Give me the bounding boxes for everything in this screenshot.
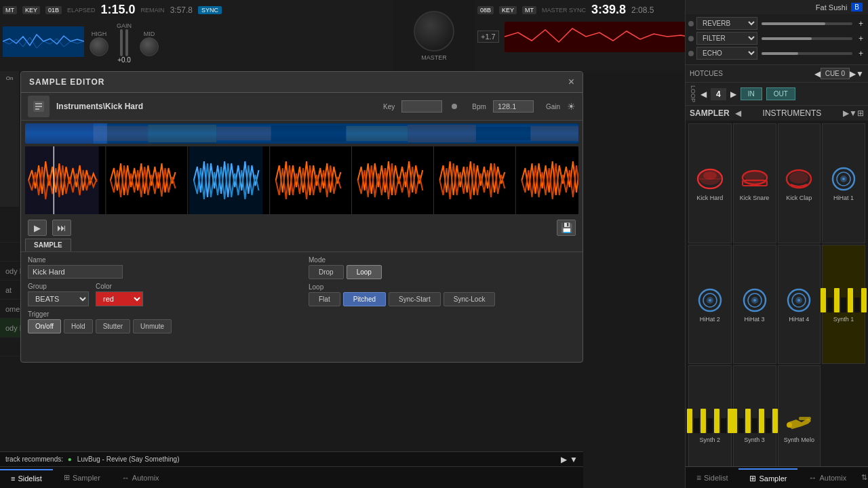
high-label-left: HIGH bbox=[90, 30, 108, 37]
main-tab-sampler-label: Sampler bbox=[73, 474, 100, 482]
fx-echo-slider[interactable] bbox=[762, 52, 852, 55]
main-tab-sampler-icon: ⊞ bbox=[64, 473, 70, 482]
save-btn[interactable]: 💾 bbox=[557, 220, 576, 236]
synth3-name: Synth 3 bbox=[744, 436, 765, 443]
deck-left-num-badge: 01B bbox=[45, 6, 62, 14]
gain-fader2-left[interactable] bbox=[125, 29, 128, 56]
hihat2-icon bbox=[694, 287, 726, 314]
deck-right-sync-label: MASTER SYNC bbox=[542, 7, 586, 14]
cue-btn[interactable]: CUE 0 bbox=[821, 68, 850, 79]
waveform-overview bbox=[25, 123, 578, 144]
sampler-header: SAMPLER ◀ INSTRUMENTS ▶ ▼ ⊞ bbox=[686, 105, 868, 121]
fx-row-filter: FILTER + bbox=[688, 32, 865, 45]
pitched-btn[interactable]: Pitched bbox=[343, 292, 386, 306]
fx-reverb-plus[interactable]: + bbox=[856, 19, 865, 28]
bottom-tabs: ≡ Sidelist ⊞ Sampler ↔ Automix ⇅ bbox=[686, 466, 868, 488]
instrument-hihat4[interactable]: HiHat 4 bbox=[778, 245, 821, 365]
color-select[interactable]: red bbox=[96, 291, 143, 306]
instrument-kick-clap[interactable]: Kick Clap bbox=[778, 123, 821, 243]
gain-fader-left[interactable] bbox=[120, 29, 123, 56]
bpm-input[interactable] bbox=[493, 100, 534, 113]
loop-type-label: Loop bbox=[309, 283, 576, 291]
loop-mode-btn[interactable]: Loop bbox=[347, 265, 382, 279]
tab-sidelist[interactable]: ≡ Sidelist bbox=[686, 469, 738, 487]
gain-val-left: +0.0 bbox=[117, 56, 131, 64]
sync-lock-btn[interactable]: Sync-Lock bbox=[443, 292, 496, 306]
loop-prev-btn[interactable]: ◀ bbox=[701, 89, 707, 99]
synth1-icon bbox=[827, 287, 860, 314]
group-select[interactable]: BEATS bbox=[28, 291, 89, 306]
deck-left-sync-btn[interactable]: SYNC bbox=[198, 6, 222, 14]
instrument-hihat3[interactable]: HiHat 3 bbox=[733, 245, 776, 365]
deck-left-remain-val: 3:57.8 bbox=[170, 5, 193, 15]
sort-icon[interactable]: ⇅ bbox=[857, 469, 868, 486]
hihat1-icon bbox=[827, 165, 860, 192]
kick-clap-name: Kick Clap bbox=[786, 195, 812, 201]
stutter-btn[interactable]: Stutter bbox=[96, 319, 130, 333]
hotcues-prev[interactable]: ◀ bbox=[814, 69, 821, 79]
svg-point-30 bbox=[787, 422, 792, 428]
unmute-btn[interactable]: Unmute bbox=[133, 319, 172, 333]
instrument-hihat1[interactable]: HiHat 1 bbox=[822, 123, 865, 243]
sidebar-btn-on[interactable]: On bbox=[1, 74, 18, 87]
group-label: Group bbox=[28, 283, 89, 290]
hotcues-next[interactable]: ▶ bbox=[850, 69, 856, 79]
rec-options-btn[interactable]: ▼ bbox=[570, 455, 578, 464]
sampler-prev-btn[interactable]: ◀ bbox=[735, 108, 741, 118]
sample-tab[interactable]: SAMPLE bbox=[25, 239, 71, 251]
sync-start-btn[interactable]: Sync-Start bbox=[389, 292, 441, 306]
name-input[interactable] bbox=[28, 265, 123, 279]
fx-reverb-select[interactable]: REVERB bbox=[696, 17, 757, 30]
rec-bar: track recommends: ● LuvBug - Revive (Say… bbox=[0, 451, 583, 466]
sampler-grid-btn[interactable]: ⊞ bbox=[857, 108, 864, 118]
drop-btn[interactable]: Drop bbox=[309, 265, 344, 279]
fx-echo-plus[interactable]: + bbox=[856, 49, 865, 58]
sampler-down-btn[interactable]: ▼ bbox=[849, 108, 857, 118]
tab-automix[interactable]: ↔ Automix bbox=[797, 469, 857, 487]
high-knob-left[interactable] bbox=[90, 37, 108, 56]
instrument-kick-snare[interactable]: Kick Snare bbox=[733, 123, 776, 243]
fx-row-echo: ECHO + bbox=[688, 47, 865, 60]
svg-point-25 bbox=[753, 299, 756, 302]
synth-melo-icon bbox=[783, 407, 815, 434]
loop-out-btn[interactable]: OUT bbox=[766, 87, 795, 100]
modal-close-btn[interactable]: × bbox=[568, 76, 574, 88]
next-btn[interactable]: ⏭ bbox=[52, 220, 71, 236]
fx-reverb-slider[interactable] bbox=[762, 22, 852, 25]
modal-file-row: Instruments\Kick Hard Key Bpm Gain ☀ bbox=[21, 93, 583, 121]
loop-next-btn[interactable]: ▶ bbox=[730, 89, 736, 99]
instrument-kick-hard[interactable]: Kick Hard bbox=[688, 123, 732, 243]
loop-in-btn[interactable]: IN bbox=[741, 87, 762, 100]
tab-sampler[interactable]: ⊞ Sampler bbox=[738, 468, 797, 487]
deck-right-offset: +1.7 bbox=[477, 30, 499, 43]
fx-filter-slider[interactable] bbox=[762, 37, 852, 40]
key-input[interactable] bbox=[401, 100, 442, 113]
hotcues-chevron[interactable]: ▼ bbox=[856, 69, 864, 79]
instrument-synth1[interactable]: Synth 1 bbox=[822, 245, 865, 365]
main-tab-sampler[interactable]: ⊞ Sampler bbox=[53, 469, 111, 486]
fx-echo-select[interactable]: ECHO bbox=[696, 47, 757, 60]
on-off-btn[interactable]: On/off bbox=[28, 319, 61, 333]
sampler-tab-label: Sampler bbox=[759, 474, 787, 483]
main-tab-sidelist[interactable]: ≡ Sidelist bbox=[0, 469, 53, 487]
main-tab-automix[interactable]: ↔ Automix bbox=[111, 470, 170, 486]
svg-point-4 bbox=[703, 171, 717, 180]
instrument-hihat2[interactable]: HiHat 2 bbox=[688, 245, 732, 365]
master-knob[interactable] bbox=[414, 11, 454, 52]
svg-rect-40 bbox=[148, 125, 216, 142]
fx-row-reverb: REVERB + bbox=[688, 17, 865, 30]
rec-play-btn[interactable]: ▶ bbox=[561, 455, 567, 464]
svg-rect-44 bbox=[408, 125, 476, 142]
main-tab-automix-label: Automix bbox=[132, 474, 159, 482]
flat-btn[interactable]: Flat bbox=[309, 292, 340, 306]
modal-header: SAMPLE EDITOR × bbox=[21, 72, 583, 93]
fx-filter-plus[interactable]: + bbox=[856, 34, 865, 43]
sidelist-label: Sidelist bbox=[704, 474, 728, 482]
deck-left-remain-label: REMAIN bbox=[141, 7, 165, 14]
play-btn[interactable]: ▶ bbox=[28, 220, 47, 236]
hold-btn[interactable]: Hold bbox=[64, 319, 93, 333]
fx-filter-select[interactable]: FILTER bbox=[696, 32, 757, 45]
left-sidebar: On bbox=[0, 71, 19, 207]
sampler-next-btn[interactable]: ▶ bbox=[843, 108, 849, 118]
mid-knob-left[interactable] bbox=[140, 37, 159, 56]
